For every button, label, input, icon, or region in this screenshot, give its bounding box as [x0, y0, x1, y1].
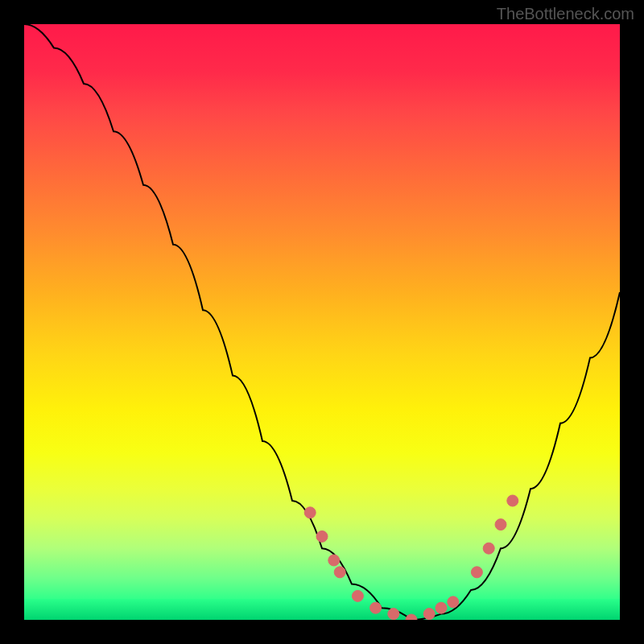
- bottleneck-curve-svg: [24, 24, 620, 620]
- highlight-dot: [436, 602, 447, 613]
- highlight-dot: [334, 567, 345, 578]
- highlight-dot: [328, 555, 340, 566]
- highlight-dot: [507, 495, 518, 506]
- highlight-dot: [352, 590, 363, 601]
- highlight-dot: [388, 609, 399, 620]
- highlight-dot: [406, 614, 417, 620]
- highlight-dots: [304, 495, 518, 620]
- highlight-dot: [370, 602, 382, 613]
- chart-plot-area: [24, 24, 620, 620]
- highlight-dot: [495, 519, 506, 530]
- highlight-dot: [304, 507, 316, 518]
- highlight-dot: [483, 543, 494, 554]
- watermark-text: TheBottleneck.com: [497, 5, 634, 23]
- highlight-dot: [423, 609, 435, 620]
- highlight-dot: [448, 597, 459, 608]
- highlight-dot: [316, 530, 328, 542]
- highlight-dot: [471, 567, 482, 578]
